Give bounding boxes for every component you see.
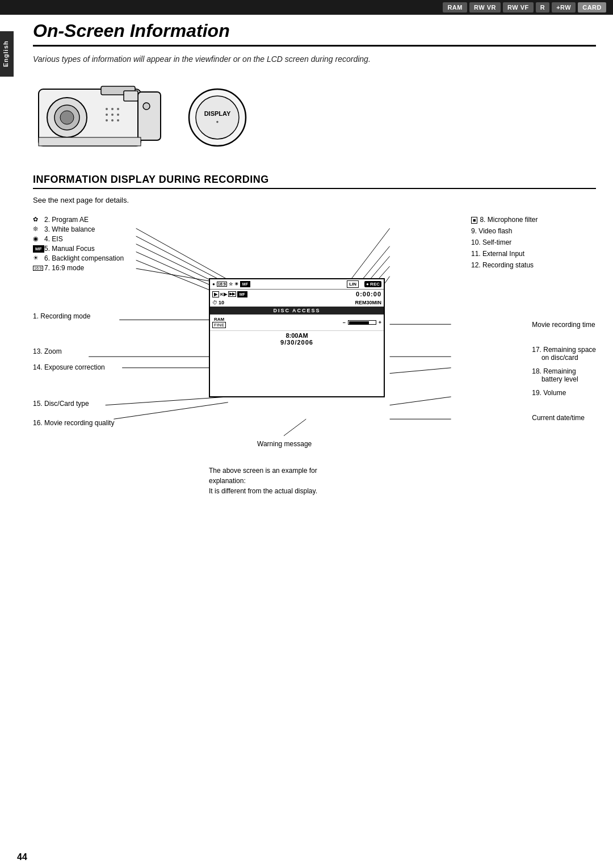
svg-point-15 [117, 119, 119, 121]
subtitle: Various types of information will appear… [33, 54, 596, 64]
screen-icon-ww: ▶▶ [228, 291, 236, 297]
svg-line-37 [114, 402, 228, 419]
note-box: The above screen is an example for expla… [209, 466, 317, 496]
screen-time: 8:00AM [212, 332, 381, 339]
label-disc-card-type: 15. Disc/Card type [33, 400, 114, 408]
screen-lin-badge: LIN [347, 280, 359, 288]
note-line1: The above screen is an example for [209, 466, 317, 476]
backlight-icon: ☀ [33, 254, 44, 262]
right-top-labels: ■8. Microphone filter 9. Video flash 10.… [471, 216, 596, 272]
left-top-labels: ✿ 2. Program AE ❊ 3. White balance ◉ 4. … [33, 216, 192, 274]
label-self-timer: 10. Self-timer [471, 238, 596, 246]
svg-line-43 [284, 419, 306, 435]
screen-battery-fill [349, 321, 369, 324]
svg-point-12 [117, 114, 119, 116]
screen-icon-sun: ☀ [234, 282, 238, 287]
svg-rect-4 [138, 92, 161, 140]
svg-line-36 [106, 397, 228, 405]
svg-point-8 [111, 108, 114, 110]
screen-icon-k: K▶ [220, 292, 227, 297]
screen-timer-count: 10 [219, 300, 224, 305]
label-eis: ◉ 4. EIS [33, 235, 192, 243]
label-remaining-space: 17. Remaining space on disc/card [532, 346, 596, 362]
see-next-text: See the next page for details. [33, 196, 596, 204]
page-title: On-Screen Information [33, 20, 596, 47]
badge-card: CARD [578, 2, 606, 12]
screen-plus: + [379, 320, 381, 325]
label-recording-mode: 1. Recording mode [33, 312, 114, 320]
middle-right-labels: Movie recording time 17. Remaining space… [532, 321, 596, 422]
section-heading: INFORMATION DISPLAY DURING RECORDING [33, 174, 596, 189]
mf-icon: MF [33, 245, 44, 251]
camera-sketch [33, 75, 169, 160]
svg-line-32 [384, 276, 390, 284]
svg-point-11 [111, 114, 114, 116]
screen-rec-badge: ● REC [364, 281, 381, 287]
note-line3: It is different from the actual display. [209, 486, 317, 496]
screen-disc-access: DISC ACCESS [210, 307, 384, 315]
svg-point-7 [106, 108, 108, 110]
label-zoom: 13. Zoom [33, 347, 114, 355]
svg-point-10 [106, 114, 108, 116]
screen-minus: – [343, 320, 346, 325]
white-balance-icon: ❊ [33, 225, 44, 233]
label-movie-recording-quality: 16. Movie recording quality [33, 419, 114, 427]
label-exposure-correction: 14. Exposure correction [33, 363, 114, 371]
svg-point-9 [117, 108, 119, 110]
badge-plusrw: +RW [552, 2, 576, 12]
label-recording-status: 12. Recording status [471, 261, 596, 269]
screen-timer-icon: ⏱ [212, 300, 217, 305]
label-backlight: ☀ 6. Backlight compensation [33, 254, 192, 262]
169-icon: 16:9 [33, 264, 44, 271]
top-bar: RAM RW VR RW VF R +RW CARD [0, 0, 613, 15]
svg-text:●: ● [216, 119, 219, 124]
badge-rwvf: RW VF [503, 2, 534, 12]
badge-rwvr: RW VR [469, 2, 501, 12]
screen-display-box: ● 16:9 ☆ ☀ MF LIN ● REC ▶ K▶ ▶▶ MF 0:00:… [209, 278, 385, 397]
screen-icon-star: ☆ [229, 282, 233, 287]
svg-line-28 [351, 228, 390, 279]
svg-rect-6 [124, 91, 138, 101]
svg-line-40 [390, 368, 451, 374]
svg-rect-16 [39, 137, 141, 146]
program-ae-icon: ✿ [33, 216, 44, 223]
badge-r: R [536, 2, 549, 12]
middle-left-labels: 1. Recording mode 13. Zoom 14. Exposure … [33, 312, 114, 427]
label-video-flash: 9. Video flash [471, 227, 596, 235]
screen-icon-d: ▶ [212, 291, 219, 297]
screen-icon-mf2: MF [237, 291, 247, 297]
sidebar-language-label: English [0, 31, 14, 77]
badge-ram: RAM [443, 2, 467, 12]
screen-date: 9/30/2006 [212, 339, 381, 346]
label-169-mode: 16:9 7. 16:9 mode [33, 264, 192, 272]
svg-point-13 [106, 119, 108, 121]
svg-point-19 [196, 96, 239, 139]
label-program-ae: ✿ 2. Program AE [33, 216, 192, 224]
svg-line-41 [390, 397, 451, 405]
screen-icon-circle: ● [212, 282, 215, 287]
label-white-balance: ❊ 3. White balance [33, 225, 192, 233]
diagram-area: ✿ 2. Program AE ❊ 3. White balance ◉ 4. … [33, 216, 596, 511]
label-remaining-battery: 18. Remaining battery level [532, 367, 596, 383]
svg-point-3 [60, 111, 74, 124]
label-volume: 19. Volume [532, 389, 596, 397]
screen-icon-169: 16:9 [217, 282, 227, 287]
label-external-input: 11. External Input [471, 250, 596, 258]
screen-fine-label: FINE [212, 322, 226, 328]
label-movie-recording-time: Movie recording time [532, 321, 596, 329]
note-line2: explanation: [209, 476, 317, 486]
screen-timer: 0:00:00 [356, 291, 381, 297]
label-warning-message: Warning message [257, 440, 312, 448]
camera-image-area: DISPLAY ● [33, 75, 596, 160]
display-button-sketch: DISPLAY ● [186, 86, 249, 149]
svg-text:DISPLAY: DISPLAY [204, 110, 231, 117]
page-number: 44 [17, 852, 27, 862]
svg-point-17 [143, 103, 150, 110]
label-current-datetime: Current date/time [532, 414, 596, 422]
screen-rem: REM30MIN [355, 300, 381, 305]
label-manual-focus: MF 5. Manual Focus [33, 245, 192, 253]
eis-icon: ◉ [33, 235, 44, 242]
screen-icon-mf: MF [240, 281, 250, 287]
main-content: On-Screen Information Various types of i… [16, 20, 613, 534]
screen-ram-label: RAM [214, 317, 224, 322]
